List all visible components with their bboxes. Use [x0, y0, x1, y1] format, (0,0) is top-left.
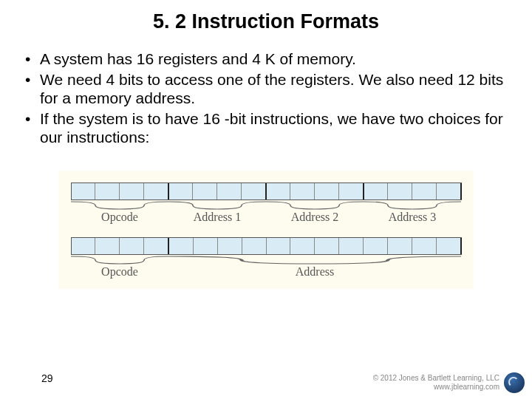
bit-cells: [71, 183, 462, 200]
bit-cell: [364, 183, 389, 200]
field-label: Address 1: [194, 211, 241, 224]
bit-cell: [339, 238, 364, 254]
bit-cell: [242, 238, 267, 254]
footer: © 2012 Jones & Bartlett Learning, LLC ww…: [373, 372, 525, 393]
field-group: Address 1: [168, 200, 266, 224]
bit-cell: [267, 238, 291, 254]
bit-cell: [242, 183, 267, 200]
list-item: If the system is to have 16 -bit instruc…: [21, 109, 511, 147]
bit-cell: [364, 238, 388, 254]
bit-cell: [144, 238, 169, 254]
list-item: A system has 16 registers and 4 K of mem…: [21, 50, 511, 69]
bit-cell: [169, 183, 194, 200]
copyright-text: © 2012 Jones & Bartlett Learning, LLC: [373, 374, 499, 383]
bit-cell: [72, 183, 96, 200]
bullet-list: A system has 16 registers and 4 K of mem…: [21, 50, 511, 147]
field-group: Opcode: [71, 200, 168, 224]
field-group: Address: [168, 255, 461, 279]
bit-cell: [120, 238, 144, 254]
bit-cell: [194, 238, 218, 254]
field-label: Address 2: [291, 211, 338, 224]
bit-cell: [412, 183, 437, 200]
bit-row-1: OpcodeAddress 1Address 2Address 3: [67, 183, 465, 224]
bit-cell: [169, 238, 194, 254]
field-group: Address 2: [266, 200, 364, 224]
bit-cell: [315, 238, 339, 254]
bit-cell: [120, 183, 144, 200]
bit-row-2: OpcodeAddress: [67, 237, 465, 279]
bit-cell: [339, 183, 364, 200]
field-label: Address: [296, 265, 334, 279]
slide: 5. 2 Instruction Formats A system has 16…: [0, 0, 532, 399]
bit-cell: [218, 238, 242, 254]
bit-cell: [412, 238, 437, 254]
bit-cell: [315, 183, 339, 200]
field-label: Address 3: [389, 211, 436, 224]
bit-cell: [267, 183, 291, 200]
field-group: Address 3: [364, 200, 461, 224]
bit-cell: [388, 183, 412, 200]
bit-cell: [72, 238, 96, 254]
bit-cell: [144, 183, 169, 200]
publisher-logo-icon: [504, 372, 525, 393]
bit-cell: [437, 183, 462, 200]
list-item: We need 4 bits to access one of the regi…: [21, 70, 511, 108]
field-label: Opcode: [101, 265, 138, 279]
bit-cell: [95, 183, 120, 200]
brace-row: OpcodeAddress: [71, 255, 461, 279]
bit-cell: [95, 238, 120, 254]
bit-cell: [193, 183, 217, 200]
field-label: Opcode: [101, 211, 138, 224]
page-number: 29: [41, 372, 53, 384]
bit-cell: [290, 238, 315, 254]
instruction-format-diagram: OpcodeAddress 1Address 2Address 3 Opcode…: [58, 171, 474, 289]
bit-cell: [217, 183, 242, 200]
brace-row: OpcodeAddress 1Address 2Address 3: [71, 200, 461, 224]
field-group: Opcode: [71, 255, 168, 279]
page-title: 5. 2 Instruction Formats: [0, 0, 532, 33]
bit-cells: [71, 237, 462, 255]
bit-cell: [437, 238, 462, 254]
bit-cell: [290, 183, 315, 200]
footer-url: www.jblearning.com: [373, 383, 499, 392]
bit-cell: [388, 238, 412, 254]
